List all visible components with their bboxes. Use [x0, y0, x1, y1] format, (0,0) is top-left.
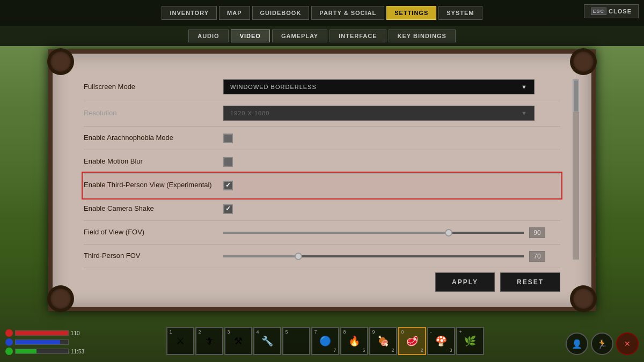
corner-decoration-tr [570, 48, 597, 75]
tab-map[interactable]: MAP [219, 6, 250, 20]
xp-bar-bg [15, 349, 69, 354]
tab-guidebook[interactable]: GUIDEBOOK [252, 6, 310, 20]
setting-label-camera-shake: Enable Camera Shake [84, 204, 223, 213]
tab-key-bindings[interactable]: KEY BINDINGS [389, 29, 456, 42]
xp-icon [5, 348, 13, 355]
stamina-bar [5, 338, 84, 346]
sub-navigation: AUDIO VIDEO GAMEPLAY INTERFACE KEY BINDI… [0, 26, 644, 46]
setting-label-third-person-fov: Third-Person FOV [84, 252, 223, 261]
tab-interface[interactable]: INTERFACE [330, 29, 386, 42]
close-button[interactable]: ESC CLOSE [584, 4, 639, 18]
scrollbar[interactable] [573, 79, 579, 260]
tab-video[interactable]: VIDEO [231, 29, 270, 42]
setting-label-resolution: Resolution [84, 109, 223, 118]
slot-item-2: 🗡 [204, 336, 214, 347]
slot-num-3: 3 [228, 329, 230, 335]
reset-button[interactable]: RESET [500, 272, 560, 292]
setting-control-motion-blur [223, 157, 560, 167]
setting-label-fov: Field of View (FOV) [84, 228, 223, 237]
scrollbar-thumb[interactable] [573, 80, 579, 112]
time-display: 11:53 [71, 349, 84, 354]
stamina-bar-fill [16, 340, 60, 344]
setting-control-fullscreen: WINDOWED BORDERLESS ▼ [223, 79, 560, 94]
hotbar-slot-minus[interactable]: - 🍄 3 [427, 327, 455, 355]
hotbar: 1 ⚔ 2 🗡 3 ⚒ 4 🔧 5 7 🔵 7 8 🔥 5 [84, 327, 566, 358]
checkbox-motion-blur[interactable] [223, 157, 233, 167]
dropdown-fullscreen[interactable]: WINDOWED BORDERLESS ▼ [223, 79, 535, 94]
tab-settings[interactable]: SETTINGS [386, 6, 436, 20]
slot-count-7: 7 [334, 348, 336, 353]
slot-num-2: 2 [199, 329, 201, 335]
close-hud-button[interactable]: ✕ [616, 333, 639, 355]
apply-button[interactable]: APPLY [435, 272, 495, 292]
hotbar-slot-4[interactable]: 4 🔧 [253, 327, 281, 355]
slider-container-third-person-fov: 70 [223, 251, 560, 262]
slot-item-plus: 🌿 [464, 335, 476, 347]
hotbar-slot-0[interactable]: 0 🥩 2 [398, 327, 426, 355]
slot-item-3: ⚒ [234, 335, 243, 347]
slot-num-8: 8 [343, 329, 346, 335]
slider-track-fov[interactable] [223, 232, 524, 234]
corner-decoration-bl [47, 285, 74, 312]
tab-gameplay[interactable]: GAMEPLAY [272, 29, 327, 42]
slot-item-4: 🔧 [261, 335, 273, 347]
panel-frame: Fullscreen Mode WINDOWED BORDERLESS ▼ Re… [48, 49, 596, 311]
setting-label-motion-blur: Enable Motion Blur [84, 157, 223, 166]
corner-decoration-br [570, 285, 597, 312]
hotbar-slot-1[interactable]: 1 ⚔ [166, 327, 194, 355]
tab-system[interactable]: SYSTEM [438, 6, 482, 20]
setting-control-third-person-fov: 70 [223, 251, 560, 262]
slider-fill-fov [223, 232, 449, 234]
setting-row-arachnophobia: Enable Arachnophobia Mode [84, 127, 560, 150]
top-navigation: INVENTORY MAP GUIDEBOOK PARTY & SOCIAL S… [0, 0, 644, 26]
hotbar-slot-8[interactable]: 8 🔥 5 [340, 327, 368, 355]
hotbar-slot-3[interactable]: 3 ⚒ [224, 327, 252, 355]
hud-stats: 110 11:53 [0, 329, 84, 358]
setting-control-third-person [223, 181, 560, 190]
setting-row-motion-blur: Enable Motion Blur [84, 150, 560, 174]
bottom-hud: 110 11:53 1 ⚔ 2 🗡 3 ⚒ 4 [0, 314, 644, 362]
slider-value-fov: 90 [529, 227, 545, 238]
slot-num-minus: - [430, 329, 432, 335]
player-icon-2[interactable]: 🏃 [591, 333, 613, 355]
slot-item-minus: 🍄 [435, 335, 447, 347]
hotbar-slot-7[interactable]: 7 🔵 7 [311, 327, 339, 355]
slider-thumb-fov[interactable] [445, 229, 452, 237]
slot-num-4: 4 [257, 329, 259, 335]
tab-party-social[interactable]: PARTY & SOCIAL [311, 6, 384, 20]
setting-control-arachnophobia [223, 134, 560, 143]
slider-value-third-person-fov: 70 [529, 251, 545, 262]
tab-audio[interactable]: AUDIO [188, 29, 228, 42]
dropdown-resolution-value: 1920 X 1080 [230, 110, 269, 116]
slot-count-8: 5 [363, 348, 365, 353]
stamina-bar-bg [15, 339, 69, 345]
hotbar-slot-2[interactable]: 2 🗡 [195, 327, 223, 355]
hotbar-slot-5[interactable]: 5 [282, 327, 310, 355]
settings-panel: Fullscreen Mode WINDOWED BORDERLESS ▼ Re… [48, 49, 596, 311]
slot-item-9: 🍖 [377, 335, 389, 347]
corner-decoration-tl [47, 48, 74, 75]
slider-thumb-third-person-fov[interactable] [295, 253, 302, 260]
chevron-down-icon: ▼ [521, 84, 528, 90]
player-icon-1[interactable]: 👤 [566, 333, 588, 355]
checkbox-camera-shake[interactable] [223, 204, 233, 214]
setting-row-third-person: Enable Third-Person View (Experimental) [84, 174, 560, 197]
checkbox-third-person[interactable] [223, 181, 233, 190]
hud-right: 👤 🏃 ✕ [566, 333, 644, 358]
slot-num-7: 7 [314, 329, 317, 335]
hotbar-slot-9[interactable]: 9 🍖 2 [369, 327, 397, 355]
settings-list: Fullscreen Mode WINDOWED BORDERLESS ▼ Re… [84, 74, 560, 268]
setting-row-camera-shake: Enable Camera Shake [84, 197, 560, 221]
checkbox-arachnophobia[interactable] [223, 134, 233, 143]
slot-item-8: 🔥 [348, 335, 360, 347]
tab-inventory[interactable]: INVENTORY [162, 6, 217, 20]
slider-track-third-person-fov[interactable] [223, 255, 524, 257]
hotbar-slot-plus[interactable]: + 🌿 [456, 327, 484, 355]
dropdown-fullscreen-value: WINDOWED BORDERLESS [230, 84, 317, 90]
slot-num-1: 1 [170, 329, 172, 335]
xp-bar-fill [16, 349, 36, 353]
slot-num-0: 0 [401, 329, 404, 335]
setting-label-fullscreen: Fullscreen Mode [84, 83, 223, 92]
dropdown-resolution: 1920 X 1080 ▼ [223, 106, 535, 121]
panel-content: Fullscreen Mode WINDOWED BORDERLESS ▼ Re… [57, 58, 587, 302]
